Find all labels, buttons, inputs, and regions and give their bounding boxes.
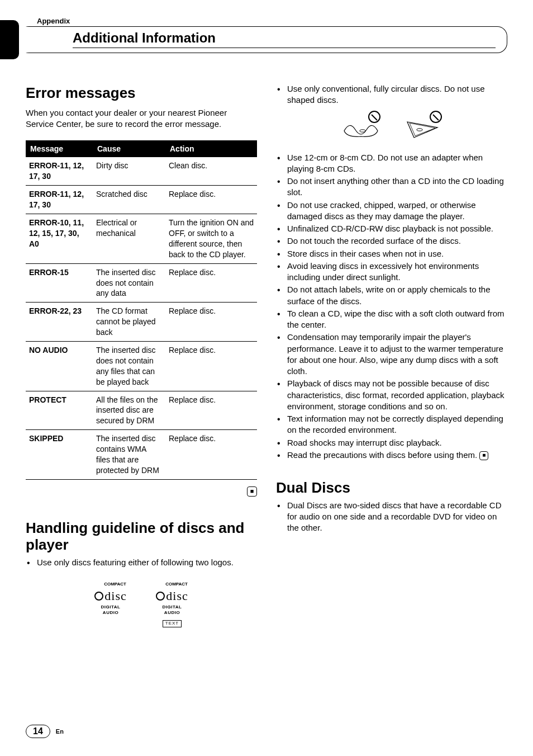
list-item: Unfinalized CD-R/CD-RW disc playback is …	[276, 223, 507, 234]
list-item: Do not insert anything other than a CD i…	[276, 176, 507, 199]
svg-point-1	[417, 128, 422, 130]
section-end-icon: ■	[26, 483, 257, 497]
shaped-discs-illustration	[276, 114, 507, 142]
section-end-icon: ■	[479, 451, 488, 460]
list-item: Do not touch the recorded surface of the…	[276, 235, 507, 247]
list-item: Store discs in their cases when not in u…	[276, 248, 507, 259]
svg-point-0	[360, 129, 365, 131]
th-action: Action	[165, 140, 257, 158]
table-row: ERROR-10, 11, 12, 15, 17, 30, A0Electric…	[26, 214, 257, 264]
list-item: Dual Discs are two-sided discs that have…	[276, 500, 507, 534]
list-item: Do not use cracked, chipped, warped, or …	[276, 200, 507, 223]
table-row: PROTECTAll the files on the inserted dis…	[26, 391, 257, 430]
right-column: Use only conventional, fully circular di…	[276, 83, 507, 604]
section-error-messages-title: Error messages	[26, 83, 257, 103]
error-table: Message Cause Action ERROR-11, 12, 17, 3…	[26, 140, 257, 480]
left-column: Error messages When you contact your dea…	[26, 83, 257, 604]
prohibit-icon	[368, 111, 380, 123]
table-row: NO AUDIOThe inserted disc does not conta…	[26, 341, 257, 391]
wavy-disc-icon	[341, 114, 380, 142]
table-row: ERROR-11, 12, 17, 30Scratched discReplac…	[26, 186, 257, 214]
page-title: Additional Information	[73, 30, 496, 46]
list-item: To clean a CD, wipe the disc with a soft…	[276, 308, 507, 331]
list-item: Use only conventional, fully circular di…	[276, 83, 507, 106]
table-row: ERROR-22, 23The CD format cannot be play…	[26, 303, 257, 342]
list-item: Avoid leaving discs in excessively hot e…	[276, 261, 507, 284]
list-item: Use 12-cm or 8-cm CD. Do not use an adap…	[276, 152, 507, 175]
compact-disc-text-logo: COMPACT disc DIGITAL AUDIO TEXT	[155, 582, 189, 604]
prohibit-icon	[430, 111, 442, 123]
list-item: Road shocks may interrupt disc playback.	[276, 437, 507, 448]
page-footer: 14 En	[26, 725, 64, 738]
triangle-disc-icon	[403, 114, 442, 142]
table-row: SKIPPEDThe inserted disc contains WMA fi…	[26, 430, 257, 480]
list-item: Condensation may temporarily impair the …	[276, 332, 507, 377]
list-item: Read the precautions with discs before u…	[276, 450, 507, 461]
th-cause: Cause	[93, 140, 165, 158]
language-label: En	[56, 728, 64, 735]
error-intro: When you contact your dealer or your nea…	[26, 107, 257, 130]
table-row: ERROR-15The inserted disc does not conta…	[26, 263, 257, 303]
appendix-label: Appendix	[37, 17, 507, 25]
header-bar: Additional Information	[19, 26, 507, 53]
page-number: 14	[26, 725, 50, 738]
section-dual-discs-title: Dual Discs	[276, 480, 507, 497]
th-message: Message	[26, 140, 93, 158]
list-item: Use only discs featuring either of follo…	[26, 557, 257, 568]
section-handling-title: Handling guideline of discs and player	[26, 520, 257, 554]
disc-logos: COMPACT disc DIGITAL AUDIO COMPACT disc …	[26, 582, 257, 604]
list-item: Do not attach labels, write on or apply …	[276, 284, 507, 307]
list-item: Playback of discs may not be possible be…	[276, 378, 507, 412]
compact-disc-logo: COMPACT disc DIGITAL AUDIO	[94, 582, 127, 604]
table-row: ERROR-11, 12, 17, 30Dirty discClean disc…	[26, 157, 257, 185]
list-item: Text information may not be correctly di…	[276, 413, 507, 436]
side-tab	[0, 20, 19, 59]
